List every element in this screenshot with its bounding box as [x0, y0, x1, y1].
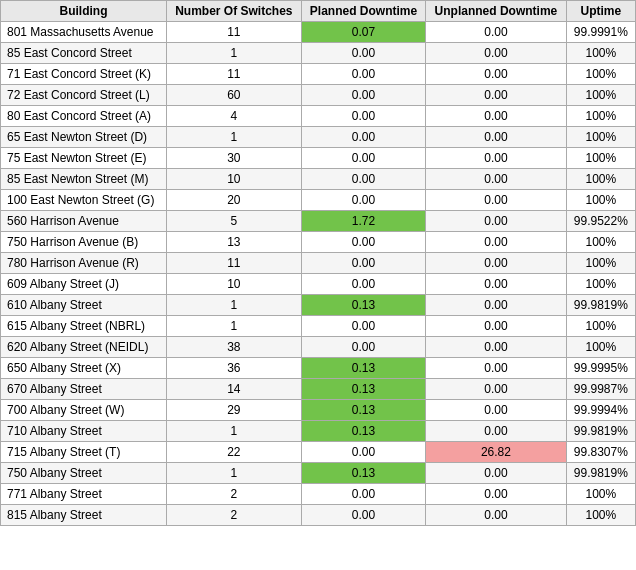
- planned-cell: 0.00: [301, 337, 425, 358]
- planned-cell: 0.00: [301, 253, 425, 274]
- table-row: 650 Albany Street (X)360.130.0099.9995%: [1, 358, 636, 379]
- unplanned-cell: 0.00: [426, 337, 566, 358]
- uptime-cell: 99.9522%: [566, 211, 635, 232]
- switches-cell: 1: [166, 421, 301, 442]
- table-row: 80 East Concord Street (A)40.000.00100%: [1, 106, 636, 127]
- switches-cell: 11: [166, 22, 301, 43]
- unplanned-cell: 0.00: [426, 211, 566, 232]
- unplanned-cell: 0.00: [426, 274, 566, 295]
- uptime-cell: 99.9987%: [566, 379, 635, 400]
- uptime-cell: 100%: [566, 127, 635, 148]
- uptime-cell: 100%: [566, 190, 635, 211]
- table-row: 620 Albany Street (NEIDL)380.000.00100%: [1, 337, 636, 358]
- unplanned-cell: 0.00: [426, 169, 566, 190]
- building-cell: 560 Harrison Avenue: [1, 211, 167, 232]
- table-row: 750 Albany Street10.130.0099.9819%: [1, 463, 636, 484]
- building-cell: 100 East Newton Street (G): [1, 190, 167, 211]
- unplanned-cell: 0.00: [426, 127, 566, 148]
- unplanned-cell: 0.00: [426, 22, 566, 43]
- building-cell: 80 East Concord Street (A): [1, 106, 167, 127]
- switches-cell: 4: [166, 106, 301, 127]
- uptime-cell: 100%: [566, 316, 635, 337]
- table-row: 65 East Newton Street (D)10.000.00100%: [1, 127, 636, 148]
- switches-cell: 10: [166, 169, 301, 190]
- uptime-cell: 99.9819%: [566, 421, 635, 442]
- unplanned-cell: 0.00: [426, 64, 566, 85]
- unplanned-cell: 0.00: [426, 232, 566, 253]
- building-cell: 710 Albany Street: [1, 421, 167, 442]
- unplanned-cell: 0.00: [426, 400, 566, 421]
- table-row: 700 Albany Street (W)290.130.0099.9994%: [1, 400, 636, 421]
- planned-cell: 0.00: [301, 64, 425, 85]
- switches-cell: 11: [166, 64, 301, 85]
- building-cell: 71 East Concord Street (K): [1, 64, 167, 85]
- building-cell: 85 East Concord Street: [1, 43, 167, 64]
- col-header-3: Unplanned Downtime: [426, 1, 566, 22]
- switches-cell: 2: [166, 484, 301, 505]
- table-row: 72 East Concord Street (L)600.000.00100%: [1, 85, 636, 106]
- table-row: 615 Albany Street (NBRL)10.000.00100%: [1, 316, 636, 337]
- unplanned-cell: 0.00: [426, 106, 566, 127]
- uptime-cell: 100%: [566, 169, 635, 190]
- building-cell: 780 Harrison Avenue (R): [1, 253, 167, 274]
- building-cell: 750 Harrison Avenue (B): [1, 232, 167, 253]
- planned-cell: 0.00: [301, 148, 425, 169]
- planned-cell: 0.00: [301, 127, 425, 148]
- unplanned-cell: 0.00: [426, 190, 566, 211]
- uptime-cell: 100%: [566, 85, 635, 106]
- main-table: BuildingNumber Of SwitchesPlanned Downti…: [0, 0, 636, 526]
- building-cell: 750 Albany Street: [1, 463, 167, 484]
- building-cell: 771 Albany Street: [1, 484, 167, 505]
- building-cell: 715 Albany Street (T): [1, 442, 167, 463]
- planned-cell: 0.00: [301, 505, 425, 526]
- planned-cell: 0.13: [301, 295, 425, 316]
- switches-cell: 1: [166, 295, 301, 316]
- switches-cell: 30: [166, 148, 301, 169]
- unplanned-cell: 0.00: [426, 379, 566, 400]
- switches-cell: 36: [166, 358, 301, 379]
- switches-cell: 1: [166, 127, 301, 148]
- unplanned-cell: 0.00: [426, 85, 566, 106]
- building-cell: 815 Albany Street: [1, 505, 167, 526]
- planned-cell: 0.13: [301, 358, 425, 379]
- col-header-0: Building: [1, 1, 167, 22]
- uptime-cell: 99.8307%: [566, 442, 635, 463]
- unplanned-cell: 0.00: [426, 358, 566, 379]
- table-row: 71 East Concord Street (K)110.000.00100%: [1, 64, 636, 85]
- switches-cell: 20: [166, 190, 301, 211]
- building-cell: 609 Albany Street (J): [1, 274, 167, 295]
- uptime-cell: 99.9991%: [566, 22, 635, 43]
- switches-cell: 38: [166, 337, 301, 358]
- planned-cell: 0.07: [301, 22, 425, 43]
- uptime-cell: 100%: [566, 253, 635, 274]
- uptime-cell: 99.9995%: [566, 358, 635, 379]
- table-row: 75 East Newton Street (E)300.000.00100%: [1, 148, 636, 169]
- switches-cell: 29: [166, 400, 301, 421]
- building-cell: 670 Albany Street: [1, 379, 167, 400]
- planned-cell: 0.00: [301, 169, 425, 190]
- unplanned-cell: 26.82: [426, 442, 566, 463]
- uptime-cell: 100%: [566, 43, 635, 64]
- table-row: 610 Albany Street10.130.0099.9819%: [1, 295, 636, 316]
- uptime-cell: 100%: [566, 148, 635, 169]
- switches-cell: 1: [166, 463, 301, 484]
- planned-cell: 0.00: [301, 43, 425, 64]
- col-header-4: Uptime: [566, 1, 635, 22]
- planned-cell: 0.13: [301, 400, 425, 421]
- planned-cell: 1.72: [301, 211, 425, 232]
- table-row: 710 Albany Street10.130.0099.9819%: [1, 421, 636, 442]
- table-row: 780 Harrison Avenue (R)110.000.00100%: [1, 253, 636, 274]
- switches-cell: 13: [166, 232, 301, 253]
- table-row: 715 Albany Street (T)220.0026.8299.8307%: [1, 442, 636, 463]
- uptime-cell: 100%: [566, 232, 635, 253]
- planned-cell: 0.00: [301, 106, 425, 127]
- planned-cell: 0.00: [301, 190, 425, 211]
- switches-cell: 22: [166, 442, 301, 463]
- planned-cell: 0.00: [301, 232, 425, 253]
- switches-cell: 11: [166, 253, 301, 274]
- planned-cell: 0.00: [301, 484, 425, 505]
- table-row: 815 Albany Street20.000.00100%: [1, 505, 636, 526]
- unplanned-cell: 0.00: [426, 421, 566, 442]
- uptime-cell: 100%: [566, 64, 635, 85]
- unplanned-cell: 0.00: [426, 316, 566, 337]
